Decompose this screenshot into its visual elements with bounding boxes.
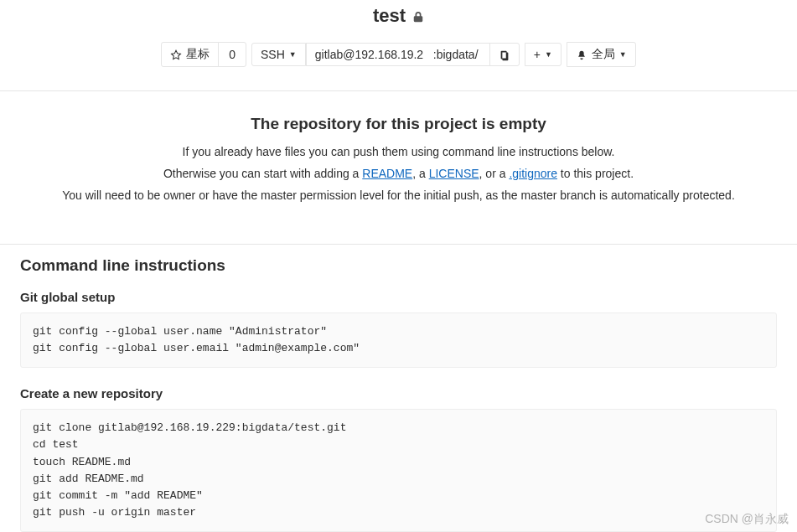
chevron-down-icon: ▼ xyxy=(289,50,297,59)
notifications-dropdown[interactable]: 全局 ▼ xyxy=(567,42,636,67)
link-license[interactable]: LICENSE xyxy=(429,167,479,180)
cli-heading: Command line instructions xyxy=(20,256,777,275)
star-count: 0 xyxy=(218,42,246,67)
link-readme[interactable]: README xyxy=(362,167,412,180)
empty-title: The repository for this project is empty xyxy=(17,115,780,133)
project-toolbar: 星标 0 SSH ▼ + ▼ xyxy=(0,42,797,67)
bell-icon xyxy=(576,48,587,61)
empty-line-3: You will need to be owner or have the ma… xyxy=(17,189,780,202)
create-repo-heading: Create a new repository xyxy=(20,386,777,400)
project-title: test xyxy=(373,5,406,27)
lock-icon xyxy=(412,9,424,23)
plus-icon: + xyxy=(534,48,541,61)
star-label: 星标 xyxy=(186,47,210,62)
star-icon xyxy=(170,48,182,61)
link-gitignore[interactable]: .gitignore xyxy=(509,167,557,180)
chevron-down-icon: ▼ xyxy=(619,50,627,59)
empty-repo-panel: The repository for this project is empty… xyxy=(0,91,797,230)
global-setup-heading: Git global setup xyxy=(20,290,777,304)
empty-line-2: Otherwise you can start with adding a RE… xyxy=(17,167,780,180)
clone-url-input[interactable] xyxy=(306,43,490,66)
global-setup-code[interactable]: git config --global user.name "Administr… xyxy=(20,312,777,368)
create-repo-code[interactable]: git clone gitlab@192.168.19.229:bigdata/… xyxy=(20,409,777,532)
notifications-label: 全局 xyxy=(592,47,615,62)
protocol-dropdown[interactable]: SSH ▼ xyxy=(251,43,306,66)
add-dropdown[interactable]: + ▼ xyxy=(525,43,562,66)
chevron-down-icon: ▼ xyxy=(545,50,552,59)
star-button[interactable]: 星标 xyxy=(161,42,219,67)
copy-url-button[interactable] xyxy=(489,43,520,66)
divider xyxy=(0,244,797,245)
empty-line-1: If you already have files you can push t… xyxy=(17,145,780,158)
clipboard-icon xyxy=(499,48,510,61)
protocol-label: SSH xyxy=(261,48,285,61)
